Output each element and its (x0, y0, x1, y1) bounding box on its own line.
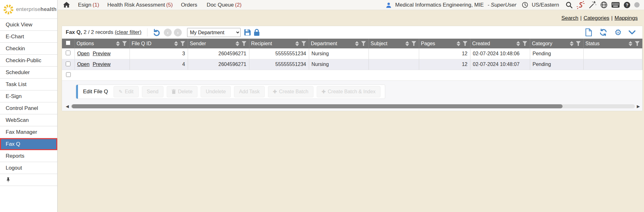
row-checkbox[interactable] (66, 62, 70, 66)
sort-icon[interactable] (629, 41, 632, 46)
recipient-cell: 55555551234 (249, 59, 309, 70)
sort-icon[interactable] (174, 41, 178, 46)
sidebar-item-control-panel[interactable]: Control Panel (0, 102, 57, 114)
sidebar-item-e-sign[interactable]: E-Sign (0, 90, 57, 102)
sidebar-item-e-chart[interactable]: E-Chart (0, 31, 57, 43)
column-header-department[interactable]: Department (309, 39, 369, 48)
filter-funnel-icon[interactable] (242, 41, 247, 46)
sort-icon[interactable] (516, 41, 520, 46)
new-document-icon[interactable] (585, 28, 592, 36)
preview-link[interactable]: Preview (93, 62, 111, 67)
column-header-recipient[interactable]: Recipient (249, 39, 309, 48)
sidebar-item-checkin[interactable]: Checkin (0, 43, 57, 55)
plus-icon: ✚ (273, 89, 277, 95)
sort-icon[interactable] (116, 41, 120, 46)
edit-file-q-panel: Edit File Q ✎Edit Send Delete Undelete A… (76, 84, 385, 99)
refresh-icon[interactable] (599, 29, 608, 36)
filter-funnel-icon[interactable] (180, 41, 185, 46)
create-batch-button[interactable]: ✚Create Batch (268, 86, 314, 97)
sidebar-item-task-list[interactable]: Task List (0, 79, 57, 90)
column-header-subject[interactable]: Subject (369, 39, 419, 48)
filter-funnel-icon[interactable] (635, 41, 640, 46)
mappings-link[interactable]: Mappings (614, 15, 638, 21)
table-header-row: Options File Q ID Sender Recipient Depar… (62, 39, 642, 48)
scrollbar-track[interactable] (71, 104, 635, 108)
open-link[interactable]: Open (77, 51, 90, 56)
undelete-button[interactable]: Undelete (201, 86, 231, 97)
save-filter-icon[interactable] (244, 29, 251, 36)
sidebar-item-checkin-public[interactable]: Checkin-Public (0, 55, 57, 67)
fax-q-table: Options File Q ID Sender Recipient Depar… (62, 39, 642, 81)
plus-icon: ✚ (322, 89, 326, 95)
scroll-right-arrow-icon[interactable]: ▶ (637, 104, 640, 108)
create-batch-index-button[interactable]: ✚Create Batch & Index (317, 86, 381, 97)
filter-funnel-icon[interactable] (122, 41, 127, 46)
lock-icon[interactable] (254, 29, 260, 36)
quicklinks: Search|Categories|Mappings (58, 10, 644, 26)
sidebar-item-reports[interactable]: Reports (0, 150, 57, 162)
open-link[interactable]: Open (77, 62, 90, 67)
sidebar-item-scheduler[interactable]: Scheduler (0, 67, 57, 79)
preview-link[interactable]: Preview (93, 51, 111, 56)
prev-record-icon[interactable]: ‹ (164, 29, 172, 36)
filter-funnel-icon[interactable] (523, 41, 527, 46)
chevron-down-icon[interactable] (629, 30, 636, 35)
filter-funnel-icon[interactable] (302, 41, 306, 46)
next-record-icon[interactable]: › (174, 29, 182, 36)
sort-icon[interactable] (570, 41, 574, 46)
sidebar-item-fax-q[interactable]: Fax Q (0, 138, 57, 150)
sidebar-item-logout[interactable]: Logout (0, 162, 57, 174)
department-filter-select[interactable]: My Department (187, 28, 241, 37)
sidebar-pin-toggle[interactable] (0, 174, 57, 186)
globe-icon[interactable] (600, 1, 608, 8)
sidebar-item-webscan[interactable]: WebScan (0, 114, 57, 126)
sort-icon[interactable] (295, 41, 299, 46)
filter-funnel-icon[interactable] (576, 41, 581, 46)
wand-icon[interactable] (589, 1, 597, 9)
select-all-checkbox[interactable] (66, 41, 70, 45)
scroll-left-arrow-icon[interactable]: ◀ (66, 104, 69, 108)
sidebar-item-fax-manager[interactable]: Fax Manager (0, 126, 57, 138)
sort-icon[interactable] (405, 41, 409, 46)
categories-link[interactable]: Categories (584, 15, 609, 21)
nav-item-orders[interactable]: Orders (181, 2, 198, 8)
help-icon[interactable]: ? (624, 2, 630, 8)
undo-icon[interactable] (153, 28, 161, 36)
filter-funnel-icon[interactable] (412, 41, 416, 46)
nav-item-esign[interactable]: Esign(1) (78, 2, 99, 8)
status-indicator-dot (634, 2, 640, 8)
keyboard-icon[interactable] (611, 2, 620, 8)
table-row: OpenPreview 4 2604596271 55555551234 Nur… (62, 59, 642, 70)
column-header-sender[interactable]: Sender (188, 39, 249, 48)
top-nav-links: Esign(1) Health Risk Assessment(5) Order… (58, 2, 242, 8)
send-button[interactable]: Send (142, 86, 164, 97)
column-header-options[interactable]: Options (75, 39, 130, 48)
column-header-created[interactable]: Created (470, 39, 530, 48)
column-header-category[interactable]: Category (530, 39, 583, 48)
search-icon[interactable] (565, 1, 573, 9)
doc-queue-count-badge: (2) (235, 2, 242, 8)
top-bar-user-area: Medical Informatics Engineering, MIE - S… (386, 1, 644, 9)
home-icon[interactable] (63, 2, 70, 8)
column-header-pages[interactable]: Pages (419, 39, 470, 48)
filter-funnel-icon[interactable] (361, 41, 366, 46)
sort-icon[interactable] (236, 41, 239, 46)
nav-item-health-risk-assessment[interactable]: Health Risk Assessment(5) (107, 2, 173, 8)
row-checkbox[interactable] (66, 51, 70, 55)
clear-filter-link[interactable]: (clear filter) (115, 29, 142, 35)
sort-icon[interactable] (457, 41, 460, 46)
scrollbar-thumb[interactable] (72, 104, 563, 108)
delete-button[interactable]: Delete (167, 86, 197, 97)
nav-item-doc-queue[interactable]: Doc Queue(2) (207, 2, 242, 8)
add-task-button[interactable]: Add Task (234, 86, 265, 97)
gear-icon[interactable]: ⚙ (614, 28, 622, 36)
column-header-file-q-id[interactable]: File Q ID (130, 39, 188, 48)
row-checkbox[interactable] (66, 72, 71, 77)
search-link[interactable]: Search (561, 15, 578, 21)
column-header-status[interactable]: Status (583, 39, 642, 48)
sidebar-item-quick-view[interactable]: Quick View (0, 19, 57, 31)
spark-icon[interactable] (577, 1, 585, 9)
edit-button[interactable]: ✎Edit (114, 86, 138, 97)
filter-funnel-icon[interactable] (463, 41, 468, 46)
sort-icon[interactable] (355, 41, 359, 46)
